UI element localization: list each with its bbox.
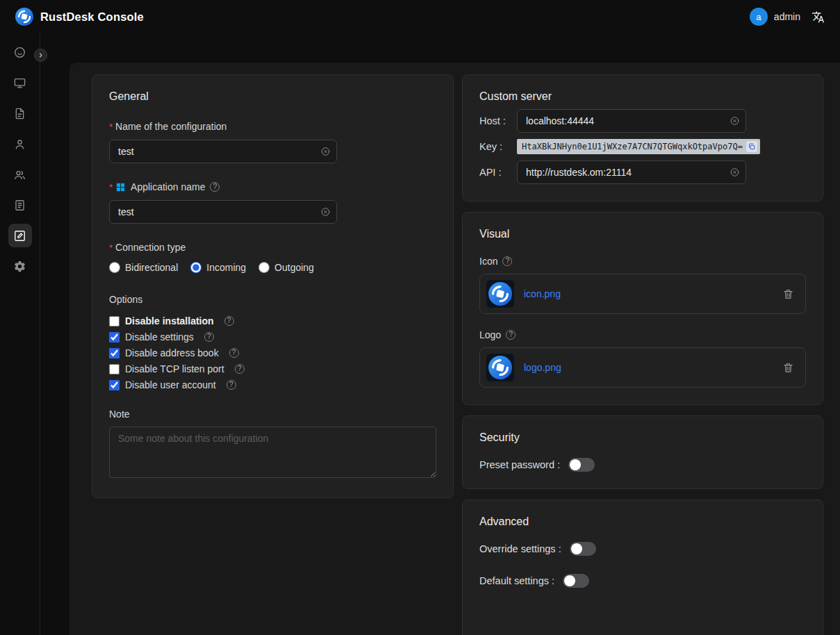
logo-label: Logo ? bbox=[479, 329, 806, 340]
override-settings-row: Override settings : bbox=[479, 542, 806, 556]
trash-icon[interactable] bbox=[782, 362, 794, 374]
help-icon[interactable]: ? bbox=[227, 380, 236, 390]
key-row: Key : HtaXBkJNHyn0e1U1jWXze7A7CN7QTGWqxk… bbox=[479, 139, 806, 154]
note-textarea[interactable] bbox=[109, 427, 436, 478]
required-marker: * bbox=[109, 243, 113, 252]
rustdesk-logo-icon bbox=[488, 282, 512, 306]
checkbox-disable-installation[interactable]: Disable installation ? bbox=[109, 315, 436, 327]
host-row: Host : bbox=[479, 109, 806, 133]
config-name-input[interactable] bbox=[109, 140, 337, 163]
trash-icon[interactable] bbox=[782, 288, 794, 300]
checkbox-disable-user-account[interactable]: Disable user account ? bbox=[109, 379, 436, 390]
sidebar-item-settings[interactable] bbox=[8, 254, 32, 278]
sidebar-item-audit-log[interactable] bbox=[8, 193, 32, 217]
sidebar-item-documents[interactable] bbox=[8, 101, 32, 125]
options-list: Disable installation ? Disable settings … bbox=[109, 315, 436, 390]
override-settings-toggle[interactable] bbox=[570, 542, 596, 556]
sidebar-item-custom-client[interactable] bbox=[8, 224, 32, 247]
clear-icon[interactable] bbox=[730, 116, 740, 126]
app-title: RustDesk Console bbox=[40, 10, 144, 24]
connection-type-label: * Connection type bbox=[109, 242, 436, 253]
security-card: Security Preset password : bbox=[462, 415, 823, 489]
sidebar-item-users[interactable] bbox=[8, 132, 32, 156]
icon-label: Icon ? bbox=[479, 256, 806, 267]
help-icon[interactable]: ? bbox=[204, 332, 214, 342]
help-icon[interactable]: ? bbox=[224, 316, 234, 326]
api-input[interactable] bbox=[517, 160, 746, 184]
connection-type-group: Bidirectional Incoming Outgoing bbox=[109, 262, 436, 273]
note-label: Note bbox=[109, 409, 436, 420]
help-icon[interactable]: ? bbox=[502, 256, 512, 266]
logo-file-box: logo.png bbox=[479, 347, 806, 388]
key-label: Key : bbox=[479, 141, 517, 152]
copy-icon[interactable] bbox=[746, 141, 757, 152]
help-icon[interactable]: ? bbox=[210, 182, 220, 192]
app-window: RustDesk Console a admin bbox=[0, 0, 840, 635]
checkbox-disable-settings[interactable]: Disable settings ? bbox=[109, 331, 436, 343]
sidebar-expand-button[interactable] bbox=[34, 49, 47, 62]
user-menu[interactable]: a admin bbox=[750, 8, 800, 26]
application-name-input[interactable] bbox=[109, 200, 337, 224]
override-settings-label: Override settings : bbox=[479, 543, 561, 554]
advanced-title: Advanced bbox=[479, 516, 806, 528]
sidebar bbox=[0, 33, 40, 635]
api-label: API : bbox=[479, 167, 517, 178]
checkbox-disable-address-book[interactable]: Disable address book ? bbox=[109, 347, 436, 358]
sidebar-item-dashboard[interactable] bbox=[8, 40, 32, 64]
sidebar-item-groups[interactable] bbox=[8, 163, 32, 186]
api-row: API : bbox=[479, 160, 806, 184]
name-field-label: * Name of the configuration bbox=[109, 121, 436, 132]
default-settings-label: Default settings : bbox=[479, 575, 554, 586]
default-settings-toggle[interactable] bbox=[563, 574, 589, 588]
app-name-field-label: * Application name ? bbox=[109, 181, 436, 192]
checkbox-disable-tcp-listen-port[interactable]: Disable TCP listen port ? bbox=[109, 363, 436, 374]
clear-icon[interactable] bbox=[730, 167, 740, 178]
language-icon[interactable] bbox=[812, 10, 825, 24]
options-label: Options bbox=[109, 294, 436, 305]
clear-icon[interactable] bbox=[320, 147, 331, 157]
custom-server-title: Custom server bbox=[479, 90, 806, 103]
general-card: General * Name of the configuration * bbox=[92, 74, 454, 498]
rustdesk-logo-icon bbox=[488, 356, 512, 379]
top-bar: RustDesk Console a admin bbox=[0, 0, 840, 33]
windows-icon bbox=[115, 182, 126, 192]
logo-filename-link[interactable]: logo.png bbox=[524, 362, 561, 373]
brand: RustDesk Console bbox=[15, 8, 144, 26]
avatar[interactable]: a bbox=[750, 8, 768, 26]
advanced-card: Advanced Override settings : Default set… bbox=[462, 500, 823, 635]
help-icon[interactable]: ? bbox=[235, 364, 245, 374]
host-label: Host : bbox=[479, 115, 517, 126]
required-marker: * bbox=[109, 183, 113, 192]
icon-filename-link[interactable]: icon.png bbox=[524, 288, 561, 299]
custom-server-card: Custom server Host : Key : bbox=[462, 74, 823, 201]
visual-title: Visual bbox=[479, 228, 806, 240]
help-icon[interactable]: ? bbox=[229, 348, 239, 358]
radio-outgoing[interactable]: Outgoing bbox=[258, 262, 314, 273]
default-settings-row: Default settings : bbox=[479, 574, 806, 588]
radio-bidirectional[interactable]: Bidirectional bbox=[109, 262, 178, 273]
user-name: admin bbox=[774, 11, 800, 22]
logo-preview bbox=[486, 354, 514, 381]
help-icon[interactable]: ? bbox=[506, 330, 516, 340]
preset-password-row: Preset password : bbox=[479, 458, 806, 472]
icon-file-box: icon.png bbox=[479, 274, 806, 314]
security-title: Security bbox=[479, 431, 806, 444]
host-input[interactable] bbox=[517, 109, 746, 133]
server-key-value: HtaXBkJNHyn0e1U1jWXze7A7CN7QTGWqxkOtpaVp… bbox=[517, 139, 760, 154]
visual-card: Visual Icon ? bbox=[462, 212, 823, 405]
radio-incoming[interactable]: Incoming bbox=[190, 262, 246, 273]
sidebar-item-devices[interactable] bbox=[8, 71, 32, 94]
required-marker: * bbox=[109, 122, 113, 131]
chevron-right-icon bbox=[37, 51, 44, 59]
user-area: a admin bbox=[750, 8, 825, 26]
preset-password-label: Preset password : bbox=[479, 459, 560, 470]
rustdesk-logo-icon bbox=[15, 8, 33, 26]
content-panel: General * Name of the configuration * bbox=[69, 63, 840, 635]
general-title: General bbox=[109, 90, 436, 103]
icon-preview bbox=[486, 280, 514, 308]
clear-icon[interactable] bbox=[320, 207, 331, 217]
preset-password-toggle[interactable] bbox=[568, 458, 595, 472]
